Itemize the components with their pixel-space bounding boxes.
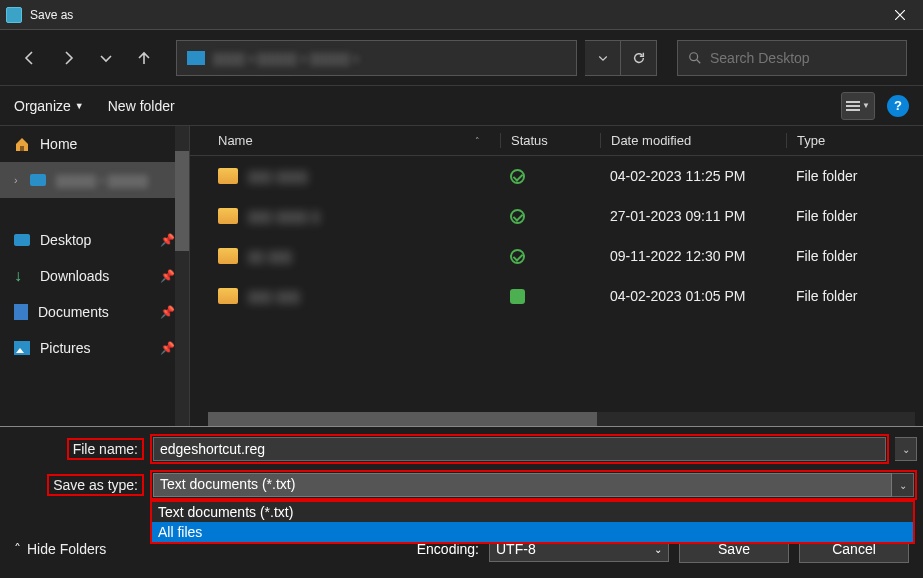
pin-icon: 📌 xyxy=(160,233,175,247)
file-date: 04-02-2023 01:05 PM xyxy=(600,288,786,304)
up-button[interactable] xyxy=(130,44,158,72)
back-button[interactable] xyxy=(16,44,44,72)
sidebar-scrollbar[interactable] xyxy=(175,126,189,426)
sidebar-item-label: Documents xyxy=(38,304,109,320)
chevron-right-icon: › xyxy=(14,174,18,186)
svg-rect-1 xyxy=(846,101,860,103)
download-icon: ↓ xyxy=(14,268,30,284)
svg-rect-3 xyxy=(846,109,860,111)
app-icon xyxy=(6,7,22,23)
sidebar-item-desktop[interactable]: Desktop 📌 xyxy=(0,222,189,258)
column-header-date[interactable]: Date modified xyxy=(600,133,786,148)
save-panel: File name: ⌄ Save as type: Text document… xyxy=(0,426,923,571)
navigation-bar: ▯▯▯▯ › ▯▯▯▯▯ › ▯▯▯▯▯ › xyxy=(0,30,923,86)
file-list: Name˄ Status Date modified Type ▯▯▯ ▯▯▯▯… xyxy=(190,126,923,426)
sidebar-item-label: ▯▯▯▯▯ - ▯▯▯▯▯ xyxy=(56,172,148,188)
pin-icon: 📌 xyxy=(160,341,175,355)
svg-rect-4 xyxy=(20,146,24,151)
file-row[interactable]: ▯▯ ▯▯▯ 09-11-2022 12:30 PM File folder xyxy=(190,236,923,276)
sidebar-item-label: Desktop xyxy=(40,232,91,248)
sort-asc-icon: ˄ xyxy=(475,136,480,146)
new-folder-button[interactable]: New folder xyxy=(108,98,175,114)
file-row[interactable]: ▯▯▯ ▯▯▯▯ 04-02-2023 11:25 PM File folder xyxy=(190,156,923,196)
savetype-dropdown-list: Text documents (*.txt) All files xyxy=(150,500,915,544)
savetype-label: Save as type: xyxy=(47,474,144,496)
svg-rect-2 xyxy=(846,105,860,107)
pin-icon: 📌 xyxy=(160,305,175,319)
file-type: File folder xyxy=(786,208,923,224)
close-button[interactable] xyxy=(877,0,923,30)
filename-label: File name: xyxy=(67,438,144,460)
file-row[interactable]: ▯▯▯ ▯▯▯▯ ▯ 27-01-2023 09:11 PM File fold… xyxy=(190,196,923,236)
refresh-button[interactable] xyxy=(621,40,657,76)
organize-menu[interactable]: Organize▼ xyxy=(14,98,84,114)
window-title: Save as xyxy=(30,8,73,22)
savetype-option[interactable]: All files xyxy=(152,522,913,542)
search-input[interactable] xyxy=(710,50,896,66)
status-syncing-icon xyxy=(510,289,525,304)
sidebar-item-documents[interactable]: Documents 📌 xyxy=(0,294,189,330)
file-name: ▯▯ ▯▯▯ xyxy=(248,248,292,264)
folder-icon xyxy=(218,248,238,264)
folder-icon xyxy=(30,174,46,186)
view-options-button[interactable]: ▼ xyxy=(841,92,875,120)
sidebar-item-label: Pictures xyxy=(40,340,91,356)
address-history-button[interactable] xyxy=(585,40,621,76)
file-list-scrollbar[interactable] xyxy=(208,412,915,426)
recent-locations-button[interactable] xyxy=(92,44,120,72)
savetype-dropdown-button[interactable]: ⌄ xyxy=(892,473,914,497)
filename-history-button[interactable]: ⌄ xyxy=(895,437,917,461)
home-icon xyxy=(14,136,30,152)
sidebar-item-downloads[interactable]: ↓ Downloads 📌 xyxy=(0,258,189,294)
folder-icon xyxy=(218,208,238,224)
file-name: ▯▯▯ ▯▯▯ xyxy=(248,288,300,304)
main-area: Home › ▯▯▯▯▯ - ▯▯▯▯▯ Desktop 📌 ↓ Downloa… xyxy=(0,126,923,426)
sidebar-item-label: Downloads xyxy=(40,268,109,284)
status-synced-icon xyxy=(510,249,525,264)
sidebar-item-label: Home xyxy=(40,136,77,152)
column-headers: Name˄ Status Date modified Type xyxy=(190,126,923,156)
column-header-status[interactable]: Status xyxy=(500,133,600,148)
chevron-down-icon: ⌄ xyxy=(654,544,662,555)
svg-point-0 xyxy=(690,52,698,60)
sidebar-item-current[interactable]: › ▯▯▯▯▯ - ▯▯▯▯▯ xyxy=(0,162,189,198)
titlebar: Save as xyxy=(0,0,923,30)
savetype-select[interactable]: Text documents (*.txt) xyxy=(153,473,892,497)
desktop-icon xyxy=(14,234,30,246)
file-type: File folder xyxy=(786,248,923,264)
forward-button[interactable] xyxy=(54,44,82,72)
documents-icon xyxy=(14,304,28,320)
folder-icon xyxy=(218,168,238,184)
sidebar-item-home[interactable]: Home xyxy=(0,126,189,162)
sidebar-item-pictures[interactable]: Pictures 📌 xyxy=(0,330,189,366)
location-icon xyxy=(187,51,205,65)
address-bar[interactable]: ▯▯▯▯ › ▯▯▯▯▯ › ▯▯▯▯▯ › xyxy=(176,40,577,76)
navigation-pane: Home › ▯▯▯▯▯ - ▯▯▯▯▯ Desktop 📌 ↓ Downloa… xyxy=(0,126,190,426)
pictures-icon xyxy=(14,341,30,355)
file-date: 04-02-2023 11:25 PM xyxy=(600,168,786,184)
search-box[interactable] xyxy=(677,40,907,76)
filename-input[interactable] xyxy=(153,437,886,461)
breadcrumb-path: ▯▯▯▯ › ▯▯▯▯▯ › ▯▯▯▯▯ › xyxy=(213,50,358,66)
savetype-row: Save as type: Text documents (*.txt) ⌄ T… xyxy=(0,471,923,499)
file-type: File folder xyxy=(786,168,923,184)
file-date: 27-01-2023 09:11 PM xyxy=(600,208,786,224)
column-header-type[interactable]: Type xyxy=(786,133,923,148)
file-row[interactable]: ▯▯▯ ▯▯▯ 04-02-2023 01:05 PM File folder xyxy=(190,276,923,316)
status-synced-icon xyxy=(510,209,525,224)
file-name: ▯▯▯ ▯▯▯▯ ▯ xyxy=(248,208,320,224)
hide-folders-toggle[interactable]: ˄ Hide Folders xyxy=(14,541,106,557)
file-name: ▯▯▯ ▯▯▯▯ xyxy=(248,168,308,184)
folder-icon xyxy=(218,288,238,304)
savetype-option[interactable]: Text documents (*.txt) xyxy=(152,502,913,522)
column-header-name[interactable]: Name˄ xyxy=(190,133,500,148)
search-icon xyxy=(688,51,702,65)
pin-icon: 📌 xyxy=(160,269,175,283)
chevron-up-icon: ˄ xyxy=(14,541,21,557)
help-button[interactable]: ? xyxy=(887,95,909,117)
toolbar: Organize▼ New folder ▼ ? xyxy=(0,86,923,126)
file-type: File folder xyxy=(786,288,923,304)
file-date: 09-11-2022 12:30 PM xyxy=(600,248,786,264)
status-synced-icon xyxy=(510,169,525,184)
